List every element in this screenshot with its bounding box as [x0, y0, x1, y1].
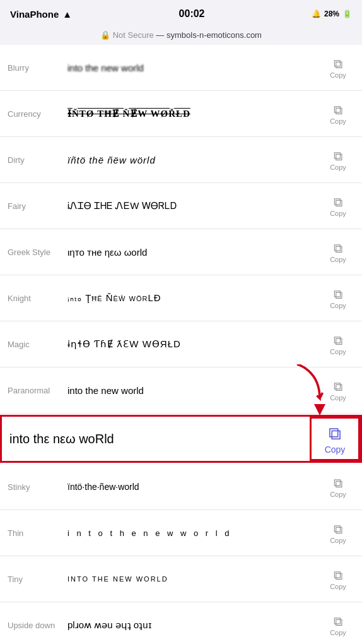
thin-value: i n t o t h e n e w w o r l d — [67, 528, 322, 538]
thin-row: Thin i n t o t h e n e w w o r l d ⧉ Cop… — [0, 510, 362, 556]
fairy-value: ᎥᏁᏆᎾ ᏆᎻᎬ ᏁᎬW ᎳᎾᏒᏞᎠ — [67, 200, 322, 212]
battery-icon: 🔋 — [342, 9, 352, 18]
large-copy-icon: ⧉ — [329, 424, 341, 444]
copy-icon: ⧉ — [334, 379, 342, 394]
dirty-label: Dirty — [8, 155, 67, 165]
currency-copy-button[interactable]: ⧉ Copy — [322, 97, 354, 130]
dirty-copy-button[interactable]: ⧉ Copy — [322, 143, 354, 176]
status-time: 00:02 — [179, 8, 205, 20]
stinky-row: Stinky ïntö·the·ñew·world ⧉ Copy — [0, 464, 362, 510]
copy-icon: ⧉ — [334, 195, 342, 210]
fairy-label: Fairy — [8, 201, 67, 211]
alarm-icon: 🔔 — [312, 9, 321, 18]
status-bar: VinaPhone ▲ 00:02 🔔 28% 🔋 — [0, 0, 362, 28]
knight-value: ᵢₙₜₒ Ţħě Ňêŵ wörLĐ — [67, 292, 322, 304]
copy-icon: ⧉ — [334, 149, 342, 164]
copy-label: Copy — [330, 394, 346, 402]
battery-label: 28% — [324, 9, 339, 18]
tiny-row: Tiny INTO THE NEW WORLD ⧉ Copy — [0, 556, 362, 602]
knight-copy-button[interactable]: ⧉ Copy — [322, 282, 354, 314]
copy-label: Copy — [330, 629, 346, 636]
stinky-value: ïntö·the·ñew·world — [67, 482, 322, 492]
magic-row: Magic ɨƞɬƟ ƬɦɆ ƛƐW WƟЯŁD ⧉ Copy — [0, 321, 362, 367]
upsidedown-label: Upside down — [8, 621, 67, 630]
status-right: 🔔 28% 🔋 — [312, 9, 352, 18]
carrier-label: VinaPhone — [10, 9, 59, 20]
stinky-label: Stinky — [8, 482, 67, 492]
knight-label: Knight — [8, 294, 67, 303]
paranormal-highlight-section: ⧉ Copy — [0, 415, 362, 463]
greek-copy-button[interactable]: ⧉ Copy — [322, 236, 354, 268]
tiny-value: INTO THE NEW WORLD — [67, 575, 322, 583]
copy-label: Copy — [330, 491, 346, 498]
paranormal-label: Paranormal — [8, 386, 67, 395]
lock-icon: 🔒 — [100, 30, 110, 40]
tiny-label: Tiny — [8, 575, 67, 584]
currency-row: Currency ƗŇŦØ ŦĦɆ ŇɆW WØŘŁĐ ⧉ Copy — [0, 91, 362, 137]
copy-label: Copy — [330, 117, 346, 125]
copy-icon: ⧉ — [334, 614, 342, 629]
blurry-label: Blurry — [8, 63, 67, 73]
blurry-copy-button[interactable]: ⧉ Copy — [322, 51, 354, 84]
currency-value: ƗŇŦØ ŦĦɆ ŇɆW WØŘŁĐ — [67, 108, 322, 119]
greek-value: ιηтο тне ηεω ωorld — [67, 247, 322, 258]
copy-icon: ⧉ — [334, 57, 342, 71]
url-label: symbols-n-emoticons.com — [166, 30, 262, 40]
copy-label: Copy — [330, 256, 346, 263]
tiny-copy-button[interactable]: ⧉ Copy — [322, 563, 354, 595]
security-label: 🔒 Not Secure — [100, 30, 156, 40]
fairy-row: Fairy ᎥᏁᏆᎾ ᏆᎻᎬ ᏁᎬW ᎳᎾᏒᏞᎠ ⧉ Copy — [0, 183, 362, 229]
copy-icon: ⧉ — [334, 568, 342, 583]
upsidedown-value: plɹoʍ ʍǝu ǝɥʇ oʇuɪ — [67, 619, 322, 631]
copy-icon: ⧉ — [334, 241, 342, 256]
copy-icon: ⧉ — [334, 287, 342, 302]
fairy-copy-button[interactable]: ⧉ Copy — [322, 189, 354, 222]
dirty-value: ïñtö thë ñëw wörld — [67, 155, 322, 165]
copy-label: Copy — [330, 71, 346, 79]
copy-icon: ⧉ — [334, 476, 342, 491]
large-copy-label: Copy — [325, 444, 346, 455]
paranormal-input-row: ⧉ Copy — [0, 415, 362, 463]
copy-label: Copy — [330, 348, 346, 355]
copy-label: Copy — [330, 583, 346, 590]
paranormal-value: into the new world — [67, 385, 322, 396]
address-bar: 🔒 Not Secure — symbols-n-emoticons.com — [0, 28, 362, 45]
copy-label: Copy — [330, 537, 346, 544]
upsidedown-copy-button[interactable]: ⧉ Copy — [322, 609, 354, 641]
paranormal-copy-button[interactable]: ⧉ Copy — [322, 374, 354, 407]
dirty-row: Dirty ïñtö thë ñëw wörld ⧉ Copy — [0, 137, 362, 183]
magic-copy-button[interactable]: ⧉ Copy — [322, 328, 354, 361]
magic-value: ɨƞɬƟ ƬɦɆ ƛƐW WƟЯŁD — [67, 338, 322, 350]
paranormal-input[interactable] — [2, 426, 310, 453]
greek-row: Greek Style ιηтο тне ηεω ωorld ⧉ Copy — [0, 229, 362, 275]
copy-icon: ⧉ — [334, 522, 342, 537]
copy-label: Copy — [330, 164, 346, 171]
font-list: Blurry into the new world ⧉ Copy Currenc… — [0, 45, 362, 644]
currency-label: Currency — [8, 109, 67, 119]
blurry-value: into the new world — [67, 63, 322, 73]
upsidedown-row: Upside down plɹoʍ ʍǝu ǝɥʇ oʇuɪ ⧉ Copy — [0, 602, 362, 644]
magic-label: Magic — [8, 340, 67, 349]
knight-row: Knight ᵢₙₜₒ Ţħě Ňêŵ wörLĐ ⧉ Copy — [0, 275, 362, 321]
blurry-row: Blurry into the new world ⧉ Copy — [0, 45, 362, 91]
thin-label: Thin — [8, 528, 67, 538]
stinky-copy-button[interactable]: ⧉ Copy — [322, 470, 354, 503]
copy-label: Copy — [330, 302, 346, 309]
paranormal-large-copy-button[interactable]: ⧉ Copy — [310, 417, 360, 461]
url-separator: — — [156, 30, 166, 40]
greek-label: Greek Style — [8, 247, 67, 257]
status-left: VinaPhone ▲ — [10, 9, 72, 20]
thin-copy-button[interactable]: ⧉ Copy — [322, 516, 354, 549]
paranormal-row: Paranormal into the new world ⧉ Copy — [0, 367, 362, 414]
copy-icon: ⧉ — [334, 333, 342, 348]
copy-label: Copy — [330, 210, 346, 217]
wifi-icon: ▲ — [62, 9, 72, 20]
copy-icon: ⧉ — [334, 103, 342, 117]
